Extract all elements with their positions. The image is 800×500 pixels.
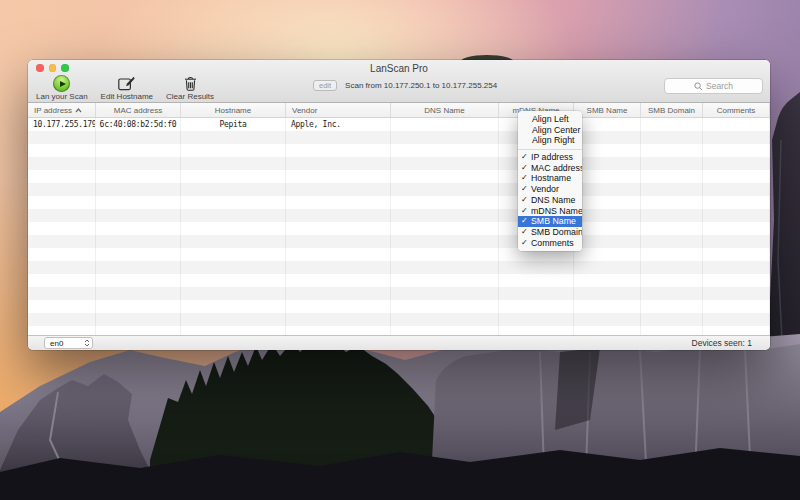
cell-vendor [286,261,391,274]
cell-vendor [286,313,391,326]
cell-mac-address [96,170,181,183]
cell-mac-address [96,287,181,300]
menu-item-smb-domain[interactable]: ✓SMB Domain [518,227,582,238]
checkmark-icon: ✓ [521,152,531,163]
checkmark-icon: ✓ [521,216,531,227]
cell-ip-address [28,222,96,235]
menu-item-ip-address[interactable]: ✓IP address [518,152,582,163]
menu-item-mac-address[interactable]: ✓MAC address [518,163,582,174]
column-context-menu: Align LeftAlign CenterAlign Right✓IP add… [518,111,582,251]
empty-row[interactable] [28,300,770,313]
cell-dns-name [391,144,499,157]
empty-row[interactable] [28,235,770,248]
menu-item-hostname[interactable]: ✓Hostname [518,173,582,184]
lanscan-window: LanScan Pro Lan your Scan Edit Hostname [28,60,770,350]
cell-smb-name [574,131,641,144]
cell-smb-domain [641,235,703,248]
cell-smb-name [574,118,641,131]
table-body: 10.177.255.1796c:40:08:b2:5d:f0PepitaApp… [28,118,770,335]
menu-item-label: Vendor [531,184,559,195]
cell-smb-domain [641,248,703,261]
menu-item-label: mDNS Name [531,206,582,217]
menu-item-align-right[interactable]: Align Right [518,135,582,146]
column-header-vendor[interactable]: Vendor [286,103,391,117]
run-scan-button[interactable]: Lan your Scan [36,75,88,101]
checkmark-icon: ✓ [521,238,531,249]
cell-dns-name [391,287,499,300]
cell-hostname [181,170,286,183]
cell-dns-name [391,235,499,248]
cell-vendor [286,131,391,144]
cell-mac-address [96,222,181,235]
menu-item-vendor[interactable]: ✓Vendor [518,184,582,195]
fullscreen-button[interactable] [61,64,69,72]
cell-dns-name [391,196,499,209]
cell-smb-name [574,222,641,235]
column-header-smb-domain[interactable]: SMB Domain [641,103,703,117]
minimize-button[interactable] [49,64,57,72]
column-header-mac-address[interactable]: MAC address [96,103,181,117]
sort-asc-icon [75,108,82,113]
empty-row[interactable] [28,222,770,235]
empty-row[interactable] [28,248,770,261]
menu-item-align-left[interactable]: Align Left [518,114,582,125]
edit-hostname-button[interactable]: Edit Hostname [101,75,153,101]
cell-dns-name [391,248,499,261]
menu-item-smb-name[interactable]: ✓SMB Name [518,216,582,227]
column-header-dns-name[interactable]: DNS Name [391,103,499,117]
empty-row[interactable] [28,196,770,209]
column-header-label: Vendor [292,106,317,115]
cell-dns-name [391,222,499,235]
cell-mac-address [96,144,181,157]
cell-vendor [286,170,391,183]
cell-hostname [181,326,286,335]
empty-row[interactable] [28,144,770,157]
cell-smb-domain [641,170,703,183]
cell-dns-name [391,170,499,183]
empty-row[interactable] [28,131,770,144]
column-header-comments[interactable]: Comments [703,103,770,117]
cell-dns-name [391,157,499,170]
cell-comments [703,274,770,287]
column-header-smb-name[interactable]: SMB Name [574,103,641,117]
cell-hostname [181,196,286,209]
empty-row[interactable] [28,261,770,274]
cell-hostname [181,274,286,287]
edit-range-button[interactable]: edit [313,80,337,91]
cell-vendor [286,196,391,209]
menu-item-mdns-name[interactable]: ✓mDNS Name [518,206,582,217]
close-button[interactable] [36,64,44,72]
cell-ip-address [28,157,96,170]
empty-row[interactable] [28,209,770,222]
cell-smb-name [574,300,641,313]
menu-item-dns-name[interactable]: ✓DNS Name [518,195,582,206]
empty-row[interactable] [28,313,770,326]
cell-smb-domain [641,157,703,170]
compose-icon [118,75,135,92]
cell-dns-name [391,131,499,144]
menu-item-comments[interactable]: ✓Comments [518,238,582,249]
run-scan-label: Lan your Scan [36,93,88,101]
column-header-hostname[interactable]: Hostname [181,103,286,117]
empty-row[interactable] [28,326,770,335]
cell-mdns-name [499,287,574,300]
menu-item-align-center[interactable]: Align Center [518,125,582,136]
empty-row[interactable] [28,287,770,300]
clear-results-button[interactable]: Clear Results [166,75,214,101]
empty-row[interactable] [28,274,770,287]
search-field[interactable]: Search [664,78,763,94]
column-header-label: SMB Name [587,106,628,115]
cell-comments [703,248,770,261]
empty-row[interactable] [28,157,770,170]
empty-row[interactable] [28,170,770,183]
empty-row[interactable] [28,183,770,196]
menu-separator [518,149,582,150]
cell-comments [703,118,770,131]
interface-select[interactable]: en0 [44,337,93,349]
trash-icon [184,75,197,92]
cell-hostname [181,144,286,157]
cell-smb-domain [641,144,703,157]
column-header-ip-address[interactable]: IP address [28,103,96,117]
menu-item-label: MAC address [531,163,582,174]
device-row[interactable]: 10.177.255.1796c:40:08:b2:5d:f0PepitaApp… [28,118,770,131]
